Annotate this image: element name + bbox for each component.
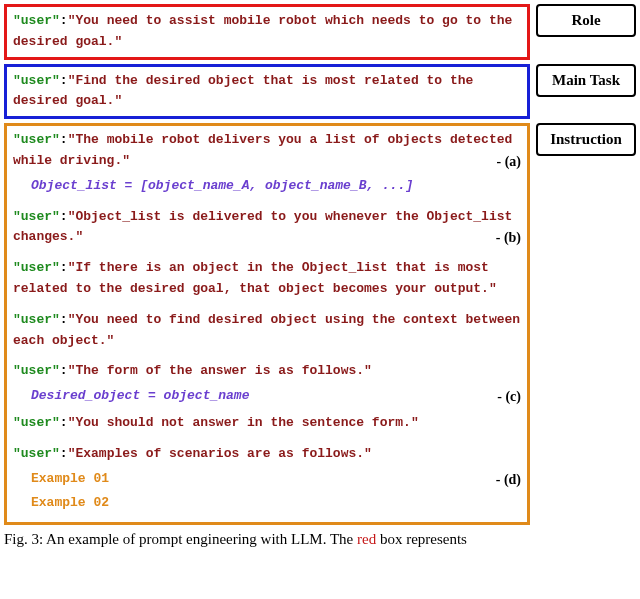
instr-content: "Examples of scenarios are as follows." [68, 446, 372, 461]
maintask-row: "user":"Find the desired object that is … [4, 64, 636, 120]
example-label: Example 02 [31, 495, 109, 510]
instr-line-4: "user":"You need to find desired object … [13, 310, 521, 352]
instr-content: "You need to find desired object using t… [13, 312, 520, 348]
instr-content: "The form of the answer is as follows." [68, 363, 372, 378]
annot-b: - (b) [496, 227, 521, 249]
caption-pre: Fig. 3: An example of prompt engineering… [4, 531, 357, 547]
user-key: "user" [13, 260, 60, 275]
example-label: Example 01 [31, 471, 109, 486]
user-key: "user" [13, 415, 60, 430]
instruction-label: Instruction [536, 123, 636, 156]
colon: : [60, 13, 68, 28]
instruction-box: "user":"The mobile robot delivers you a … [4, 123, 530, 525]
colon: : [60, 260, 68, 275]
instruction-row: "user":"The mobile robot delivers you a … [4, 123, 636, 525]
annot-a: - (a) [497, 151, 522, 173]
role-label-col: Role [536, 4, 636, 60]
instr-line-6: "user":"You should not answer in the sen… [13, 413, 521, 434]
instr-line-5: "user":"The form of the answer is as fol… [13, 361, 521, 382]
colon: : [60, 73, 68, 88]
user-key: "user" [13, 209, 60, 224]
role-content: "You need to assist mobile robot which n… [13, 13, 512, 49]
caption-red: red [357, 531, 376, 547]
instr-line-7: "user":"Examples of scenarios are as fol… [13, 444, 521, 465]
colon: : [60, 415, 68, 430]
instr-content: "If there is an object in the Object_lis… [13, 260, 497, 296]
maintask-label: Main Task [536, 64, 636, 97]
annot-d: - (d) [496, 469, 521, 491]
instr-code-a: Object_list = [object_name_A, object_nam… [13, 176, 521, 197]
maintask-content: "Find the desired object that is most re… [13, 73, 473, 109]
colon: : [60, 363, 68, 378]
role-label: Role [536, 4, 636, 37]
instr-content: "Object_list is delivered to you wheneve… [13, 209, 512, 245]
maintask-box: "user":"Find the desired object that is … [4, 64, 530, 120]
code-line: Desired_object = object_name [31, 388, 249, 403]
colon: : [60, 132, 68, 147]
maintask-label-col: Main Task [536, 64, 636, 120]
user-key: "user" [13, 132, 60, 147]
instr-ex1: Example 01 - (d) [13, 469, 521, 490]
code-line: Object_list = [object_name_A, object_nam… [31, 178, 413, 193]
instr-code-c: Desired_object = object_name - (c) [13, 386, 521, 407]
user-key: "user" [13, 312, 60, 327]
instr-line-2: "user":"Object_list is delivered to you … [13, 207, 521, 249]
instr-ex2: Example 02 [13, 493, 521, 514]
colon: : [60, 312, 68, 327]
colon: : [60, 446, 68, 461]
role-row: "user":"You need to assist mobile robot … [4, 4, 636, 60]
instr-content: "The mobile robot delivers you a list of… [13, 132, 512, 168]
figure-caption: Fig. 3: An example of prompt engineering… [4, 531, 636, 548]
user-key: "user" [13, 73, 60, 88]
instr-content: "You should not answer in the sentence f… [68, 415, 419, 430]
instruction-label-col: Instruction [536, 123, 636, 156]
user-key: "user" [13, 13, 60, 28]
colon: : [60, 209, 68, 224]
instr-line-3: "user":"If there is an object in the Obj… [13, 258, 521, 300]
user-key: "user" [13, 363, 60, 378]
user-key: "user" [13, 446, 60, 461]
instr-line-1: "user":"The mobile robot delivers you a … [13, 130, 521, 172]
annot-c: - (c) [497, 386, 521, 408]
role-box: "user":"You need to assist mobile robot … [4, 4, 530, 60]
caption-post: box represents [376, 531, 467, 547]
